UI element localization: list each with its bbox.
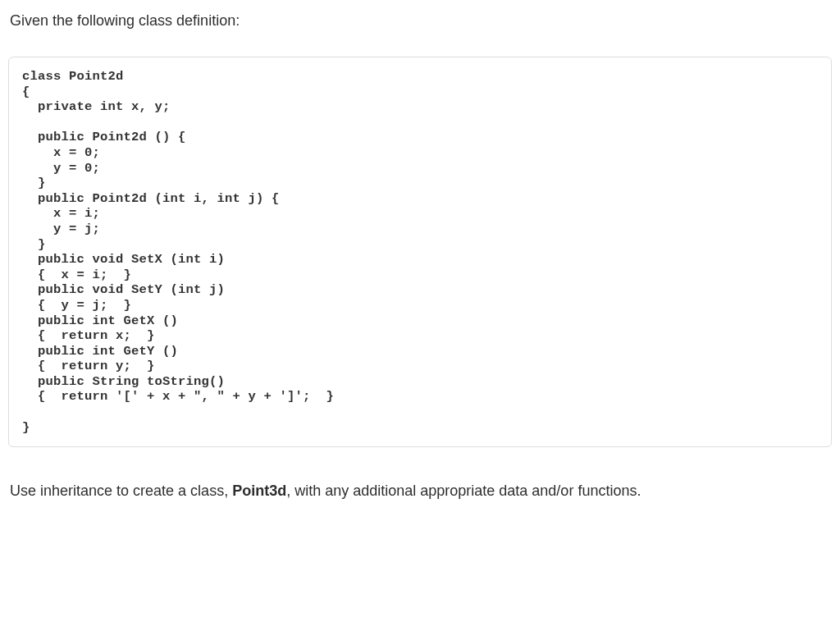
code-content: class Point2d { private int x, y; public… bbox=[22, 69, 818, 435]
code-block: class Point2d { private int x, y; public… bbox=[8, 57, 832, 447]
outro-bold: Point3d bbox=[232, 483, 286, 499]
outro-prefix: Use inheritance to create a class, bbox=[10, 483, 232, 499]
intro-text: Given the following class definition: bbox=[8, 10, 832, 32]
outro-text: Use inheritance to create a class, Point… bbox=[8, 480, 832, 502]
intro-label: Given the following class definition: bbox=[10, 12, 240, 29]
outro-suffix: , with any additional appropriate data a… bbox=[286, 483, 641, 499]
